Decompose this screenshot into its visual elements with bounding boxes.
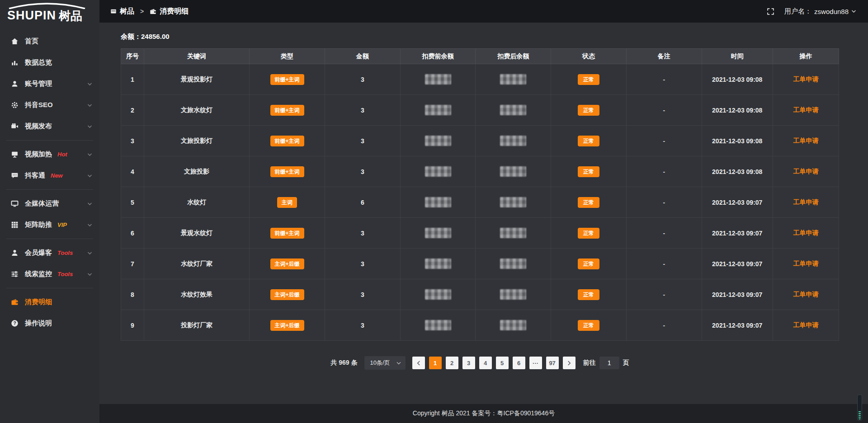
masked-balance <box>500 197 526 207</box>
type-cell: 主词 <box>250 187 325 218</box>
pagination-ellipsis[interactable]: ··· <box>529 357 542 369</box>
type-cell: 主词+后缀 <box>250 249 325 279</box>
pre-balance-cell <box>400 187 476 218</box>
video-camera-icon <box>11 122 19 130</box>
sidebar-item-lead-monitor[interactable]: 线索监控 Tools <box>0 263 99 285</box>
time-cell: 2021-12-03 09:08 <box>702 156 773 187</box>
sidebar-item-video-heating[interactable]: 视频加热 Hot <box>0 144 99 165</box>
grid-icon <box>11 221 19 229</box>
column-header-keyword: 关键词 <box>144 49 249 64</box>
sidebar-item-media-operation[interactable]: 全媒体运营 <box>0 193 99 214</box>
chat-bubble-icon <box>11 172 19 179</box>
time-cell: 2021-12-03 09:07 <box>702 187 773 218</box>
pagination-total: 共 969 条 <box>330 359 357 367</box>
logo-text-en: SHUPIN <box>7 9 56 22</box>
pagination-page-button[interactable]: 97 <box>546 357 559 369</box>
menu-divider <box>6 239 93 239</box>
topbar: 树品 > 消费明细 用户名： zswodun88 <box>99 0 868 23</box>
fullscreen-icon[interactable] <box>767 8 774 15</box>
sidebar-item-account-management[interactable]: 账号管理 <box>0 73 99 94</box>
masked-balance <box>425 136 451 146</box>
remark-cell: - <box>626 249 702 279</box>
table-row: 6 景观水纹灯 前缀+主词 3 正常 - 2021-12-03 09:07 工单… <box>121 218 839 249</box>
sidebar-item-matrix-boost[interactable]: 矩阵助推 VIP <box>0 214 99 235</box>
logo-text-cn: 树品 <box>59 10 82 22</box>
work-order-link[interactable]: 工单申请 <box>793 168 818 175</box>
sidebar: SHUPIN 树品 首页 数据总览 账号管理 抖音SEO <box>0 0 99 423</box>
sidebar-item-consumption-detail[interactable]: 消费明细 <box>0 291 99 313</box>
keyword-cell: 水纹灯厂家 <box>144 249 249 279</box>
breadcrumb-separator: > <box>138 8 146 15</box>
status-cell: 正常 <box>551 95 627 126</box>
sidebar-item-doukertong[interactable]: 抖客通 New <box>0 165 99 186</box>
work-order-link[interactable]: 工单申请 <box>793 75 818 83</box>
index-cell: 1 <box>121 64 144 95</box>
tools-tag: Tools <box>57 249 73 256</box>
pagination-page-button[interactable]: 4 <box>479 357 492 369</box>
sidebar-item-member-burst[interactable]: 会员爆客 Tools <box>0 242 99 263</box>
action-cell: 工单申请 <box>773 126 839 156</box>
amount-cell: 6 <box>325 187 400 218</box>
scroll-indicator[interactable] <box>857 395 862 421</box>
work-order-link[interactable]: 工单申请 <box>793 106 818 113</box>
status-badge: 正常 <box>578 166 599 177</box>
pagination-next-button[interactable] <box>563 357 576 369</box>
pagination-page-button[interactable]: 2 <box>446 357 458 369</box>
chevron-down-icon <box>87 174 92 178</box>
user-menu[interactable]: 用户名： zswodun88 <box>784 7 856 16</box>
time-cell: 2021-12-03 09:07 <box>702 218 773 249</box>
user-icon <box>11 80 19 88</box>
work-order-link[interactable]: 工单申请 <box>793 229 818 236</box>
amount-cell: 3 <box>325 279 400 310</box>
scroll-indicator-stripes <box>859 410 861 419</box>
pagination-page-button[interactable]: 3 <box>462 357 475 369</box>
work-order-link[interactable]: 工单申请 <box>793 291 818 298</box>
post-balance-cell <box>476 279 551 310</box>
type-cell: 主词+后缀 <box>250 279 325 310</box>
masked-balance <box>425 166 451 177</box>
work-order-link[interactable]: 工单申请 <box>793 198 818 206</box>
chevron-down-icon <box>87 223 92 227</box>
table-row: 9 投影灯厂家 主词+后缀 3 正常 - 2021-12-03 09:07 工单… <box>121 310 839 341</box>
sidebar-item-douyin-seo[interactable]: 抖音SEO <box>0 94 99 116</box>
brand-logo[interactable]: SHUPIN 树品 <box>0 0 99 24</box>
keyword-cell: 文旅投影灯 <box>144 126 249 156</box>
status-cell: 正常 <box>551 310 627 341</box>
pre-balance-cell <box>400 249 476 279</box>
bar-chart-icon <box>11 59 19 66</box>
pagination-page-button[interactable]: 5 <box>496 357 509 369</box>
time-cell: 2021-12-03 09:07 <box>702 279 773 310</box>
work-order-link[interactable]: 工单申请 <box>793 260 818 267</box>
sidebar-item-home[interactable]: 首页 <box>0 31 99 52</box>
menu-divider <box>6 189 93 190</box>
pagination-prev-button[interactable] <box>412 357 425 369</box>
breadcrumb-root[interactable]: 树品 <box>110 7 134 16</box>
masked-balance <box>425 289 451 300</box>
sidebar-item-video-publish[interactable]: 视频发布 <box>0 116 99 137</box>
member-icon <box>11 249 19 257</box>
pagination-page-button[interactable]: 6 <box>513 357 525 369</box>
column-header-action: 操作 <box>773 49 839 64</box>
sidebar-item-data-overview[interactable]: 数据总览 <box>0 52 99 73</box>
table-header-row: 序号 关键词 类型 金额 扣费前余额 扣费后余额 状态 备注 时间 操作 <box>121 49 839 64</box>
type-badge: 前缀+主词 <box>270 105 304 116</box>
keyword-cell: 文旅水纹灯 <box>144 95 249 126</box>
masked-balance <box>425 320 451 330</box>
pagination-page-button[interactable]: 1 <box>429 357 442 369</box>
page-size-select[interactable]: 10条/页 <box>364 356 406 370</box>
svg-text:?: ? <box>13 321 16 326</box>
work-order-link[interactable]: 工单申请 <box>793 321 818 329</box>
column-header-pre-balance: 扣费前余额 <box>400 49 476 64</box>
masked-balance <box>500 105 526 115</box>
breadcrumb-current[interactable]: 消费明细 <box>150 7 189 16</box>
chevron-down-icon <box>87 82 92 86</box>
status-cell: 正常 <box>551 187 627 218</box>
keyword-cell: 水纹灯 <box>144 187 249 218</box>
screen-boost-icon <box>11 150 19 158</box>
type-cell: 前缀+主词 <box>250 64 325 95</box>
post-balance-cell <box>476 95 551 126</box>
goto-page-input[interactable] <box>599 357 619 369</box>
index-cell: 7 <box>121 249 144 279</box>
work-order-link[interactable]: 工单申请 <box>793 137 818 144</box>
sidebar-item-operation-guide[interactable]: ? 操作说明 <box>0 313 99 334</box>
